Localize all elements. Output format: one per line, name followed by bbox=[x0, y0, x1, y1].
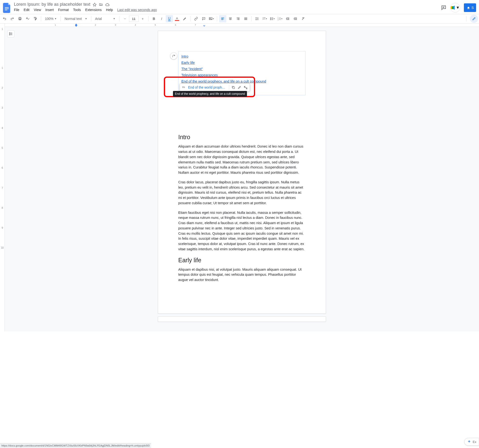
svg-rect-16 bbox=[233, 87, 235, 89]
font-size-input[interactable] bbox=[129, 16, 139, 22]
underline-button[interactable]: U bbox=[166, 15, 173, 22]
decrease-indent-button[interactable] bbox=[284, 15, 291, 22]
horizontal-ruler[interactable]: 1 2 3 4 5 6 7 bbox=[0, 24, 479, 27]
link-preview-title[interactable]: End of the world prophec... bbox=[188, 85, 226, 89]
heading-intro: Intro bbox=[178, 134, 306, 141]
vertical-ruler[interactable]: 1 1 2 3 4 5 6 7 8 9 10 bbox=[0, 24, 5, 331]
menu-help[interactable]: Help bbox=[106, 8, 113, 12]
document-title[interactable]: Lorem Ipsum: by life as placeholder text bbox=[14, 2, 90, 7]
menu-extensions[interactable]: Extensions bbox=[85, 8, 102, 12]
last-edit-link[interactable]: Last edit was seconds ago bbox=[117, 8, 157, 12]
editing-mode-button[interactable] bbox=[470, 15, 478, 23]
align-left-button[interactable] bbox=[219, 15, 226, 22]
spellcheck-button[interactable] bbox=[24, 15, 31, 22]
svg-point-8 bbox=[271, 18, 271, 18]
toc-link-incident[interactable]: The "incident" bbox=[181, 66, 302, 72]
align-justify-button[interactable] bbox=[242, 15, 249, 22]
title-bar: Lorem Ipsum: by life as placeholder text… bbox=[0, 0, 479, 14]
increase-indent-button[interactable] bbox=[292, 15, 299, 22]
menu-bar: File Edit View Insert Format Tools Exten… bbox=[14, 8, 441, 12]
font-size-increase[interactable]: + bbox=[139, 15, 146, 22]
print-button[interactable] bbox=[16, 15, 24, 22]
menu-tools[interactable]: Tools bbox=[73, 8, 81, 12]
comment-history-icon[interactable] bbox=[441, 5, 446, 11]
svg-rect-2 bbox=[5, 10, 7, 10]
edit-link-icon[interactable] bbox=[238, 86, 241, 89]
highlight-color-button[interactable] bbox=[181, 15, 188, 22]
svg-point-9 bbox=[271, 19, 271, 19]
zoom-dropdown[interactable]: 100%▼ bbox=[43, 15, 59, 22]
meet-button[interactable]: ▼ bbox=[450, 3, 460, 13]
menu-edit[interactable]: Edit bbox=[24, 8, 30, 12]
svg-text:Tᴛ: Tᴛ bbox=[182, 86, 185, 89]
copy-link-icon[interactable] bbox=[232, 86, 235, 89]
font-size-decrease[interactable]: − bbox=[121, 15, 128, 22]
styles-dropdown[interactable]: Normal text▼ bbox=[63, 15, 89, 22]
checklist-button[interactable]: ▾ bbox=[261, 15, 268, 22]
line-spacing-button[interactable] bbox=[253, 15, 261, 22]
italic-button[interactable]: I bbox=[158, 15, 165, 22]
share-button[interactable]: S bbox=[464, 3, 476, 12]
svg-rect-14 bbox=[9, 33, 10, 35]
svg-point-10 bbox=[271, 19, 271, 20]
paragraph: Etiam faucibus eget nisi non placerat. N… bbox=[178, 210, 306, 252]
cloud-status-icon[interactable] bbox=[105, 3, 110, 6]
text-color-button[interactable]: A bbox=[173, 15, 181, 22]
paragraph: Aliquam et diam accumsan dolor ultrices … bbox=[178, 144, 306, 175]
toc-refresh-button[interactable] bbox=[170, 52, 177, 59]
svg-rect-0 bbox=[5, 7, 9, 8]
document-page[interactable]: Intro Early life The "incident" Televisi… bbox=[158, 31, 326, 314]
bold-button[interactable]: B bbox=[150, 15, 158, 22]
star-icon[interactable] bbox=[93, 3, 97, 6]
menu-format[interactable]: Format bbox=[58, 8, 69, 12]
heading-chip-icon: Tᴛ bbox=[182, 86, 186, 89]
document-page-next[interactable] bbox=[158, 317, 326, 322]
paragraph: Cras dolor lacus, placerat dapibus justo… bbox=[178, 180, 306, 206]
bulleted-list-button[interactable]: ▾ bbox=[269, 15, 276, 22]
insert-image-button[interactable]: ▾ bbox=[208, 15, 215, 22]
menu-view[interactable]: View bbox=[34, 8, 41, 12]
svg-rect-1 bbox=[5, 8, 9, 9]
link-tooltip: End of the world prophecy, and life on a… bbox=[173, 91, 247, 97]
clear-formatting-button[interactable] bbox=[299, 15, 307, 22]
link-preview-popup: Tᴛ End of the world prophec... bbox=[180, 83, 250, 91]
toolbar: 100%▼ Normal text▼ Arial▼ − + B I U A ▾ … bbox=[0, 14, 479, 24]
toc-link-early-life[interactable]: Early life bbox=[181, 59, 302, 66]
toc-link-intro[interactable]: Intro bbox=[181, 53, 302, 59]
svg-rect-5 bbox=[19, 19, 21, 20]
undo-button[interactable] bbox=[1, 15, 8, 22]
share-label: S bbox=[472, 6, 474, 10]
menu-insert[interactable]: Insert bbox=[45, 8, 54, 12]
remove-link-icon[interactable] bbox=[244, 86, 248, 89]
move-icon[interactable] bbox=[99, 3, 103, 6]
numbered-list-button[interactable]: 123▾ bbox=[277, 15, 284, 22]
insert-link-button[interactable] bbox=[193, 15, 200, 22]
redo-button[interactable] bbox=[9, 15, 16, 22]
workspace: 1 2 3 4 5 6 7 1 1 2 3 4 5 6 7 8 9 10 bbox=[0, 24, 479, 331]
paragraph: Aliquam et dapibus nisi, at volutpat jus… bbox=[178, 267, 306, 283]
menu-file[interactable]: File bbox=[14, 8, 20, 12]
align-right-button[interactable] bbox=[234, 15, 242, 22]
svg-text:3: 3 bbox=[278, 19, 279, 21]
show-outline-button[interactable] bbox=[7, 30, 14, 37]
font-dropdown[interactable]: Arial▼ bbox=[93, 15, 117, 22]
align-center-button[interactable] bbox=[227, 15, 234, 22]
insert-comment-button[interactable] bbox=[200, 15, 207, 22]
docs-logo-icon[interactable] bbox=[2, 2, 12, 14]
paint-format-button[interactable] bbox=[32, 15, 39, 22]
heading-early-life: Early life bbox=[178, 257, 306, 264]
